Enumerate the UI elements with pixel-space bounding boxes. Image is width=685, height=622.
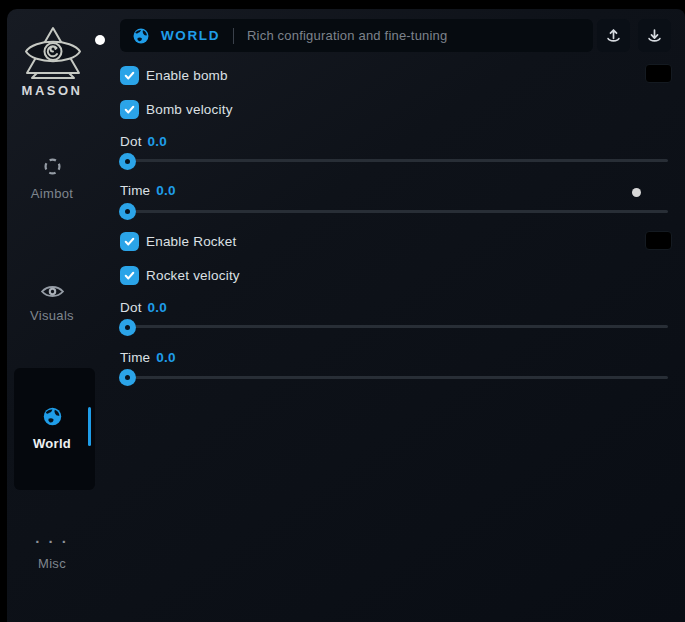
sidebar-item-label: Misc bbox=[7, 556, 97, 571]
bomb-time-slider[interactable] bbox=[120, 210, 668, 213]
slider-name: Time bbox=[120, 350, 150, 365]
header-divider bbox=[233, 28, 234, 44]
slider-value: 0.0 bbox=[156, 350, 175, 365]
slider-value: 0.0 bbox=[148, 134, 167, 149]
sidebar-item-label: World bbox=[7, 436, 97, 451]
sidebar-item-label: Aimbot bbox=[7, 186, 97, 201]
download-config-button[interactable] bbox=[638, 19, 671, 52]
cursor-dot bbox=[95, 35, 105, 45]
rocket-dot-slider[interactable] bbox=[120, 325, 668, 328]
eye-icon bbox=[41, 284, 64, 299]
checkbox-label: Enable Rocket bbox=[146, 232, 236, 251]
crosshair-icon bbox=[42, 156, 63, 177]
bomb-velocity-checkbox[interactable] bbox=[120, 100, 139, 119]
slider-label: Time0.0 bbox=[120, 183, 176, 198]
enable-bomb-checkbox[interactable] bbox=[120, 66, 139, 85]
rocket-color-swatch[interactable] bbox=[645, 231, 672, 250]
section-title: WORLD bbox=[161, 28, 220, 43]
checkbox-label: Rocket velocity bbox=[146, 266, 240, 285]
section-header: WORLD Rich configuration and fine-tuning bbox=[120, 19, 593, 52]
check-icon bbox=[123, 69, 136, 82]
slider-thumb[interactable] bbox=[119, 203, 136, 220]
upload-config-button[interactable] bbox=[597, 19, 630, 52]
mason-menu-window: MASON Aimbot Visuals World · · · Misc bbox=[7, 9, 685, 622]
sidebar-item-misc[interactable]: · · · Misc bbox=[7, 533, 97, 571]
slider-thumb[interactable] bbox=[119, 369, 136, 386]
check-icon bbox=[123, 103, 136, 116]
sidebar-item-aimbot[interactable]: Aimbot bbox=[7, 156, 97, 201]
rocket-time-slider[interactable] bbox=[120, 376, 668, 379]
bomb-dot-slider[interactable] bbox=[120, 159, 668, 162]
slider-label: Dot0.0 bbox=[120, 300, 167, 315]
globe-icon bbox=[42, 406, 63, 427]
rocket-velocity-checkbox[interactable] bbox=[120, 266, 139, 285]
slider-value: 0.0 bbox=[148, 300, 167, 315]
upload-icon bbox=[604, 26, 623, 45]
slider-value: 0.0 bbox=[156, 183, 175, 198]
enable-rocket-checkbox[interactable] bbox=[120, 232, 139, 251]
bomb-color-swatch[interactable] bbox=[645, 64, 672, 83]
slider-thumb[interactable] bbox=[119, 319, 136, 336]
check-icon bbox=[123, 235, 136, 248]
sidebar-item-label: Visuals bbox=[7, 308, 97, 323]
slider-name: Time bbox=[120, 183, 150, 198]
slider-name: Dot bbox=[120, 300, 142, 315]
download-icon bbox=[645, 26, 664, 45]
section-subtitle: Rich configuration and fine-tuning bbox=[247, 28, 447, 43]
brand-name: MASON bbox=[7, 83, 97, 98]
checkbox-label: Bomb velocity bbox=[146, 100, 233, 119]
sidebar-item-visuals[interactable]: Visuals bbox=[7, 284, 97, 323]
ellipsis-icon: · · · bbox=[35, 533, 68, 550]
sidebar-item-world[interactable]: World bbox=[7, 406, 97, 451]
mason-logo-icon bbox=[23, 25, 83, 81]
globe-icon bbox=[132, 27, 150, 45]
slider-label: Time0.0 bbox=[120, 350, 176, 365]
check-icon bbox=[123, 269, 136, 282]
slider-name: Dot bbox=[120, 134, 142, 149]
cursor-dot bbox=[632, 188, 641, 197]
slider-label: Dot0.0 bbox=[120, 134, 167, 149]
checkbox-label: Enable bomb bbox=[146, 66, 228, 85]
slider-thumb[interactable] bbox=[119, 153, 136, 170]
